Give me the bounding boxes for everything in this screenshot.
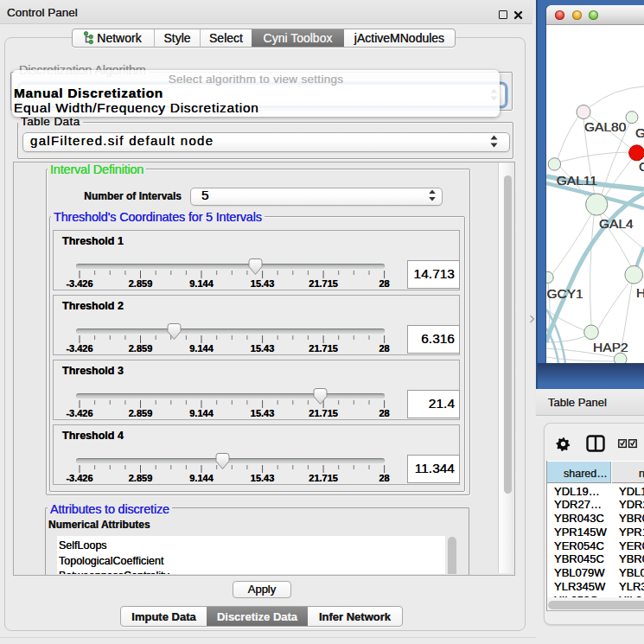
svg-text:GAL4: GAL4 — [599, 216, 634, 231]
svg-text:HA: HA — [636, 285, 644, 300]
svg-text:GAL11: GAL11 — [557, 173, 597, 188]
svg-text:GCY1: GCY1 — [547, 286, 583, 301]
svg-text:GAL7: GAL7 — [635, 125, 644, 140]
svg-text:GAL80: GAL80 — [584, 119, 627, 134]
svg-text:HAP2: HAP2 — [593, 340, 628, 354]
svg-text:GA: GA — [639, 159, 644, 174]
